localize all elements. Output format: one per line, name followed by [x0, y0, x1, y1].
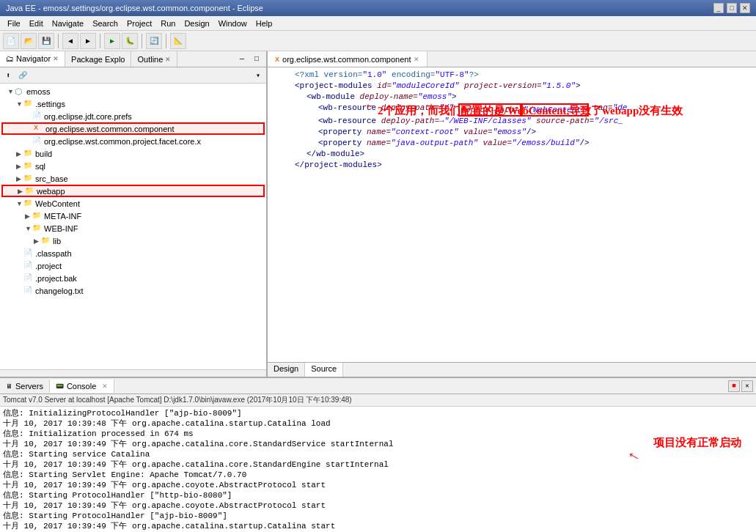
toolbar-run[interactable]: ▶ — [104, 33, 120, 49]
tree-label-metainf: META-INF — [44, 212, 81, 221]
menu-design[interactable]: Design — [180, 18, 213, 29]
console-close[interactable]: ✕ — [102, 383, 108, 390]
tab-outline[interactable]: Outline ✕ — [131, 51, 177, 67]
toolbar-perspective[interactable]: 📐 — [170, 33, 186, 49]
tree-arrow-sql: ▶ — [16, 163, 23, 170]
console-line-11: 十月 10, 2017 10:39:49 下午 org.apache.catal… — [3, 521, 753, 531]
outline-close[interactable]: ✕ — [165, 56, 171, 63]
file-icon-project-bak: 📄 — [23, 273, 34, 284]
tree-label-settings: .settings — [35, 100, 65, 108]
editor-bottom-tabs: Design Source — [268, 362, 756, 377]
tree-item-lib[interactable]: ▶ 📁 lib — [1, 234, 265, 247]
code-line-1: <?xml version="1.0" encoding="UTF-8"?> — [271, 70, 753, 81]
tree-item-webinf[interactable]: ▼ 📁 WEB-INF — [1, 222, 265, 234]
console-line-6: 信息: Starting Servlet Engine: Apache Tomc… — [3, 470, 753, 480]
menu-edit[interactable]: Edit — [25, 18, 48, 29]
tree-area[interactable]: ▼ ⬡ emoss ▼ 📁 .settings ▶ 📄 org.eclipse.… — [0, 84, 266, 369]
panel-close-icon[interactable]: ✕ — [741, 380, 753, 392]
toolbar-back[interactable]: ◀ — [62, 33, 78, 49]
toolbar-sep2 — [100, 34, 100, 48]
tree-item-jdt-prefs[interactable]: ▶ 📄 org.eclipse.jdt.core.prefs — [1, 110, 265, 122]
menu-help[interactable]: Help — [252, 18, 277, 29]
tree-arrow-settings: ▼ — [16, 100, 23, 108]
file-icon-classpath: 📄 — [23, 248, 34, 259]
menu-file[interactable]: File — [3, 18, 25, 29]
navigator-close[interactable]: ✕ — [53, 55, 59, 62]
tree-label-classpath: .classpath — [35, 249, 72, 258]
collapse-all-btn[interactable]: ⬆ — [1, 69, 15, 82]
menu-window[interactable]: Window — [214, 18, 252, 29]
editor-tab-component[interactable]: X org.eclipse.wst.common.component ✕ — [268, 51, 427, 67]
link-editor-btn[interactable]: 🔗 — [16, 69, 29, 82]
tree-item-settings[interactable]: ▼ 📁 .settings — [1, 97, 265, 110]
folder-icon-sql: 📁 — [23, 161, 34, 171]
toolbar-refresh[interactable]: 🔄 — [146, 33, 162, 49]
tree-item-webapp[interactable]: ▶ 📁 webapp — [1, 185, 265, 197]
folder-icon-webinf: 📁 — [32, 223, 43, 234]
panel-maximize-btn[interactable]: □ — [250, 53, 263, 66]
console-line-10: 信息: Starting ProtocolHandler ["ajp-bio-8… — [3, 511, 753, 521]
left-scroll-h[interactable] — [0, 369, 266, 377]
menu-search[interactable]: Search — [88, 18, 122, 29]
console-line-5: 十月 10, 2017 10:39:49 下午 org.apache.catal… — [3, 459, 753, 470]
editor-tab-close[interactable]: ✕ — [414, 56, 419, 63]
tree-item-changelog[interactable]: ▶ 📄 changelog.txt — [1, 284, 265, 297]
tree-item-webcontent[interactable]: ▼ 📁 WebContent — [1, 197, 265, 210]
panel-minimize-btn[interactable]: — — [235, 53, 249, 66]
maximize-button[interactable]: □ — [727, 3, 737, 13]
menu-project[interactable]: Project — [122, 18, 156, 29]
console-line-2: 信息: Initialization processed in 674 ms — [3, 429, 753, 439]
right-panel: X org.eclipse.wst.common.component ✕ 2个应… — [268, 51, 756, 377]
editor-tab-label: org.eclipse.wst.common.component — [282, 55, 411, 64]
titlebar: Java EE - emoss/.settings/org.eclipse.ws… — [0, 0, 756, 16]
tree-label-build: build — [35, 149, 52, 158]
code-line-4: <wb-resource deploy-path="/" source-path… — [271, 103, 753, 117]
menubar: File Edit Navigate Search Project Run De… — [0, 16, 756, 31]
menu-navigate[interactable]: Navigate — [48, 18, 88, 29]
tree-item-facet[interactable]: ▶ 📄 org.eclipse.wst.common.project.facet… — [1, 135, 265, 147]
tree-item-build[interactable]: ▶ 📁 build — [1, 147, 265, 160]
tab-source[interactable]: Source — [305, 363, 343, 377]
folder-icon-src-base: 📁 — [23, 174, 34, 184]
tree-item-wst-component[interactable]: ▶ X org.eclipse.wst.common.component — [1, 122, 265, 135]
console-line-0: 信息: InitializingProtocolHandler ["ajp-bi… — [3, 408, 753, 418]
project-icon: ⬡ — [15, 86, 25, 97]
tree-item-project[interactable]: ▶ 📄 .project — [1, 259, 265, 272]
editor-area[interactable]: 2个应用，而我们配置的是/WebContent,导致了webapp没有生效 ← … — [268, 67, 756, 362]
tab-console[interactable]: 📟 Console ✕ — [50, 380, 114, 393]
tree-item-metainf[interactable]: ▶ 📁 META-INF — [1, 210, 265, 222]
tree-item-project-bak[interactable]: ▶ 📄 .project.bak — [1, 272, 265, 284]
toolbar-debug[interactable]: 🐛 — [122, 33, 138, 49]
tab-package-explorer[interactable]: Package Explo — [65, 51, 131, 67]
toolbar-save[interactable]: 💾 — [38, 33, 54, 49]
console-title: Tomcat v7.0 Server at localhost [Apache … — [3, 396, 352, 404]
tree-item-sql[interactable]: ▶ 📁 sql — [1, 160, 265, 172]
tab-navigator[interactable]: 🗂 Navigator ✕ — [0, 51, 65, 67]
main-area: 🗂 Navigator ✕ Package Explo Outline ✕ — … — [0, 51, 756, 378]
tab-design[interactable]: Design — [268, 363, 305, 377]
console-line-9: 十月 10, 2017 10:39:49 下午 org.apache.coyot… — [3, 500, 753, 511]
toolbar-forward[interactable]: ▶ — [80, 33, 96, 49]
toolbar-new[interactable]: 📄 — [3, 33, 19, 49]
menu-run[interactable]: Run — [156, 18, 180, 29]
tree-label-lib: lib — [53, 237, 61, 245]
code-line-2: <project-modules id="moduleCoreId" proje… — [271, 81, 753, 92]
minimize-button[interactable]: _ — [713, 3, 724, 13]
tree-label-webapp: webapp — [37, 187, 65, 196]
toolbar-open[interactable]: 📂 — [21, 33, 37, 49]
console-line-7: 十月 10, 2017 10:39:49 下午 org.apache.coyot… — [3, 480, 753, 490]
tree-menu-btn[interactable]: ▾ — [252, 69, 265, 82]
bottom-tabs: 🖥 Servers 📟 Console ✕ ■ ✕ — [0, 378, 756, 394]
tree-item-classpath[interactable]: ▶ 📄 .classpath — [1, 247, 265, 259]
titlebar-controls: _ □ ✕ — [713, 3, 750, 13]
tree-item-emoss[interactable]: ▼ ⬡ emoss — [1, 85, 265, 97]
tree-label-changelog: changelog.txt — [35, 287, 83, 295]
stop-icon[interactable]: ■ — [728, 380, 740, 392]
tree-item-src-base[interactable]: ▶ 📁 src_base — [1, 172, 265, 185]
tab-servers[interactable]: 🖥 Servers — [0, 380, 50, 393]
tree-label-src-base: src_base — [35, 174, 68, 183]
folder-icon-build: 📁 — [23, 149, 34, 159]
file-icon-project: 📄 — [23, 261, 34, 271]
bottom-panel: 🖥 Servers 📟 Console ✕ ■ ✕ Tomcat v7.0 Se… — [0, 378, 756, 532]
close-button[interactable]: ✕ — [740, 3, 750, 13]
